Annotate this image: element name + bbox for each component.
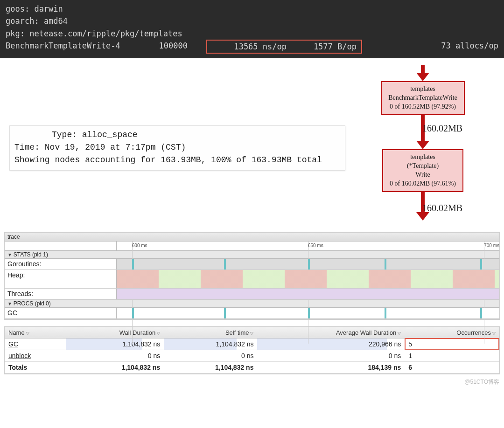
summary-table-panel: Name▽ Wall Duration▽ Self time▽ Average …	[4, 326, 500, 374]
pprof-type: Type: alloc_space	[14, 129, 340, 141]
sort-icon: ▽	[491, 331, 496, 336]
pprof-time: Time: Nov 19, 2019 at 7:17pm (CST)	[14, 141, 340, 154]
arrow-down-icon	[416, 141, 429, 149]
sort-icon: ▽	[25, 331, 29, 336]
trace-panel: trace 600 ms 650 ms 700 ms STATS (pid 1)…	[4, 232, 500, 320]
occurrences-highlight: 5	[405, 338, 499, 350]
bench-allocs: 73 allocs/op	[362, 40, 498, 54]
timeline-tick: 700 ms	[484, 243, 499, 248]
table-totals: Totals 1,104,832 ns 1,104,832 ns 184,139…	[5, 361, 499, 373]
sort-icon: ▽	[396, 331, 401, 336]
pprof-call-graph: templates BenchmarkTemplateWrite 0 of 16…	[345, 65, 500, 220]
bench-bop: 1577 B/op	[287, 41, 357, 53]
terminal-line: pkg: netease.com/ripple/pkg/templates	[6, 28, 498, 40]
col-occ[interactable]: Occurrences▽	[405, 327, 499, 338]
graph-node[interactable]: templates (*Template) Write 0 of 160.02M…	[382, 149, 463, 192]
table-row[interactable]: GC 1,104,832 ns 1,104,832 ns 220,966 ns …	[5, 338, 499, 350]
col-wall[interactable]: Wall Duration▽	[66, 327, 164, 338]
terminal-line: goarch: amd64	[6, 15, 498, 27]
bench-name: BenchmarkTemplateWrite-4	[6, 40, 141, 54]
trace-row-heap[interactable]: Heap:	[5, 270, 499, 289]
graph-edge-label: 160.02MB	[422, 123, 462, 134]
bench-iters: 100000	[141, 40, 206, 54]
timeline-tick: 600 ms	[132, 243, 147, 248]
trace-timeline[interactable]: 600 ms 650 ms 700 ms	[117, 242, 499, 251]
stats-section[interactable]: STATS (pid 1)	[5, 251, 499, 259]
summary-table: Name▽ Wall Duration▽ Self time▽ Average …	[5, 327, 499, 373]
bench-nsop: 13565 ns/op	[212, 41, 287, 53]
sort-icon: ▽	[155, 331, 160, 336]
procs-section[interactable]: PROCS (pid 0)	[5, 300, 499, 308]
col-avg[interactable]: Average Wall Duration▽	[257, 327, 405, 338]
terminal-output: goos: darwin goarch: amd64 pkg: netease.…	[0, 0, 504, 58]
trace-header: trace	[5, 233, 499, 242]
graph-edge-label: 160.02MB	[422, 203, 462, 214]
trace-row-gc[interactable]: GC	[5, 308, 499, 319]
trace-row-threads[interactable]: Threads:	[5, 289, 499, 300]
pprof-showing: Showing nodes accounting for 163.93MB, 1…	[14, 154, 340, 166]
col-self[interactable]: Self time▽	[164, 327, 257, 338]
pprof-header-box: Type: alloc_space Time: Nov 19, 2019 at …	[9, 125, 345, 171]
sort-icon: ▽	[249, 331, 253, 336]
watermark: @51CTO博客	[0, 376, 504, 390]
timeline-tick: 650 ms	[308, 243, 323, 248]
col-name[interactable]: Name▽	[5, 327, 66, 338]
terminal-line: goos: darwin	[6, 3, 498, 15]
arrow-down-icon	[416, 73, 429, 81]
graph-node[interactable]: templates BenchmarkTemplateWrite 0 of 16…	[381, 81, 465, 115]
benchmark-row: BenchmarkTemplateWrite-4 100000 13565 ns…	[6, 40, 498, 54]
table-row[interactable]: unblock 0 ns 0 ns 0 ns 1	[5, 350, 499, 361]
trace-row-goroutines[interactable]: Goroutines:	[5, 259, 499, 270]
bench-highlight: 13565 ns/op 1577 B/op	[206, 40, 362, 54]
